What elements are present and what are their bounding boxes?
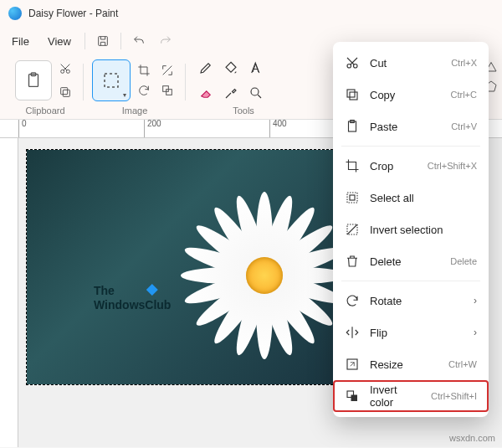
watermark: wsxdn.com — [449, 433, 495, 443]
group-clipboard: Clipboard — [7, 57, 84, 119]
flip-icon — [345, 325, 360, 340]
undo-icon[interactable] — [126, 29, 151, 53]
daisy-flower — [172, 183, 356, 368]
svg-rect-9 — [166, 90, 172, 95]
cut-icon — [345, 55, 360, 70]
invert-selection-icon — [345, 222, 360, 237]
svg-rect-5 — [63, 90, 69, 96]
invert-color-icon — [345, 389, 360, 404]
shapes-tool — [269, 56, 293, 80]
menu-view[interactable]: View — [39, 32, 79, 51]
layers-icon[interactable] — [157, 81, 177, 100]
svg-rect-18 — [347, 193, 357, 203]
cut-icon[interactable] — [55, 59, 75, 78]
ctx-flip[interactable]: Flip› — [333, 317, 489, 348]
group-label-clipboard: Clipboard — [25, 106, 64, 116]
group-label-image: Image — [122, 106, 148, 116]
picker-tool[interactable] — [219, 81, 243, 105]
pencil-tool[interactable] — [194, 56, 218, 80]
svg-rect-15 — [347, 90, 355, 97]
window-title: Daisy Flower - Paint — [28, 8, 118, 19]
delete-icon — [345, 254, 360, 269]
group-tools: A Tools — [186, 57, 301, 119]
context-menu: CutCtrl+X CopyCtrl+C PasteCtrl+V CropCtr… — [333, 42, 489, 417]
ctx-delete[interactable]: DeleteDelete — [333, 245, 489, 277]
ctx-select-all[interactable]: Select all — [333, 182, 489, 214]
fill-tool[interactable] — [219, 56, 243, 80]
app-icon — [8, 7, 22, 20]
select-all-icon — [345, 190, 360, 205]
select-button[interactable] — [92, 59, 131, 101]
svg-rect-19 — [350, 195, 355, 200]
ctx-copy[interactable]: CopyCtrl+C — [333, 79, 489, 111]
ctx-resize[interactable]: ResizeCtrl+W — [333, 348, 489, 380]
canvas-image[interactable]: The WindowsClub — [27, 150, 336, 384]
chevron-right-icon: › — [474, 327, 477, 338]
ctx-crop[interactable]: CropCtrl+Shift+X — [333, 150, 489, 182]
ctx-paste[interactable]: PasteCtrl+V — [333, 111, 489, 142]
crop-icon — [345, 158, 360, 173]
rotate-icon — [345, 293, 360, 308]
ruler-vertical — [0, 138, 18, 447]
canvas-overlay-text: The WindowsClub — [94, 284, 171, 312]
copy-icon[interactable] — [55, 83, 75, 101]
crop-icon[interactable] — [134, 61, 154, 80]
ctx-rotate[interactable]: Rotate› — [333, 285, 489, 317]
resize-icon — [345, 357, 360, 372]
svg-rect-6 — [61, 88, 68, 95]
svg-rect-14 — [350, 92, 357, 100]
save-icon[interactable] — [90, 29, 115, 53]
group-image: Image — [84, 57, 186, 119]
chevron-right-icon: › — [474, 295, 477, 306]
svg-rect-0 — [99, 37, 108, 46]
ctx-invert-color[interactable]: Invert colorCtrl+Shift+I — [333, 380, 489, 412]
svg-rect-23 — [351, 395, 358, 402]
svg-rect-7 — [105, 74, 118, 87]
ctx-invert-selection[interactable]: Invert selection — [333, 214, 489, 245]
copy-icon — [345, 87, 360, 102]
svg-point-11 — [251, 88, 259, 95]
ctx-cut[interactable]: CutCtrl+X — [333, 47, 489, 79]
svg-text:A: A — [253, 63, 259, 75]
paste-icon — [345, 119, 360, 134]
eraser-tool[interactable] — [194, 81, 218, 105]
redo-icon[interactable] — [153, 29, 178, 53]
titlebar: Daisy Flower - Paint — [0, 0, 502, 27]
rotate-icon[interactable] — [134, 81, 154, 100]
group-label-tools: Tools — [233, 106, 254, 116]
paste-button[interactable] — [15, 60, 52, 100]
menu-file[interactable]: File — [3, 32, 38, 51]
text-tool[interactable]: A — [244, 56, 268, 80]
resize-icon[interactable] — [157, 61, 177, 80]
svg-rect-8 — [163, 86, 169, 92]
zoom-tool[interactable] — [244, 81, 268, 105]
